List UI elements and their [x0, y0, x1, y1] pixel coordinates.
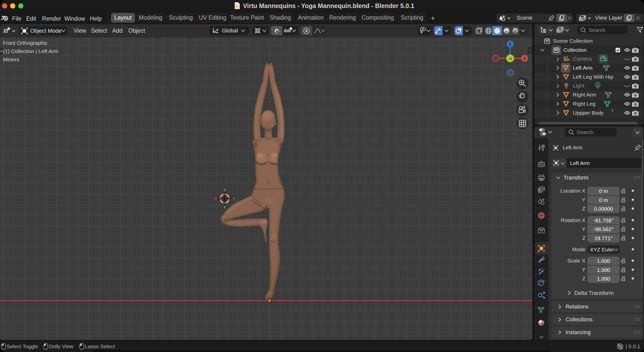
svg-text:X: X [523, 57, 526, 61]
svg-text:-Y: -Y [509, 57, 512, 61]
svg-text:Z: Z [509, 42, 511, 47]
